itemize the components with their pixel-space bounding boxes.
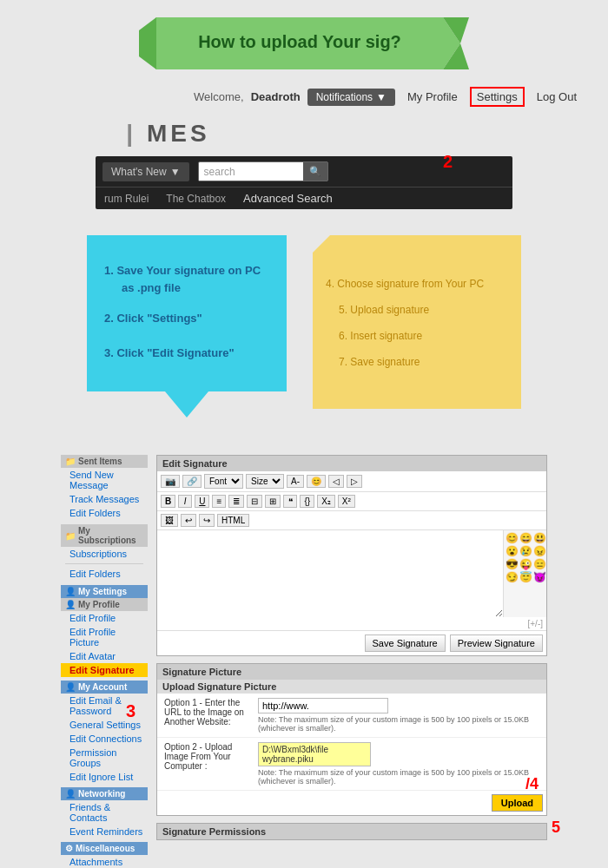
emoji-6[interactable]: 😠 — [533, 545, 546, 557]
font-select[interactable]: Font — [204, 474, 243, 489]
tb-img[interactable]: 🖼 — [161, 514, 178, 527]
svg-marker-2 — [139, 17, 156, 69]
subscriptions-icon: 📁 — [65, 531, 76, 541]
networking-icon: 👤 — [65, 789, 76, 799]
my-profile-subsection: 👤 My Profile — [61, 598, 148, 611]
emoji-10[interactable]: 😏 — [506, 571, 519, 583]
permission-groups-link[interactable]: Permission Groups — [61, 746, 148, 770]
emoji-7[interactable]: 😎 — [506, 558, 519, 570]
main-content: Edit Signature 📷 🔗 Font Size A- 😊 ◁ ▷ — [156, 455, 547, 868]
sig-option-2-note: Note: The maximum size of your custom im… — [258, 768, 539, 786]
svg-text:3. Click "Edit Signature": 3. Click "Edit Signature" — [104, 346, 235, 359]
edit-folders2-link[interactable]: Edit Folders — [61, 567, 148, 581]
tb-quote[interactable]: ❝ — [283, 495, 297, 508]
forum-rules-link[interactable]: rum Rulei — [104, 193, 149, 205]
advanced-search-link[interactable]: Advanced Search — [243, 192, 333, 205]
tb-bold[interactable]: B — [161, 495, 175, 508]
sig-textarea[interactable] — [157, 530, 503, 617]
chatbox-link[interactable]: The Chatbox — [166, 193, 226, 205]
sig-textarea-wrapper: 😊 😄 😃 😮 😢 😠 😎 😜 😑 😏 😇 😈 — [157, 530, 546, 617]
size-select[interactable]: Size — [246, 474, 284, 489]
emoji-4[interactable]: 😮 — [506, 545, 519, 557]
edit-profile-link[interactable]: Edit Profile — [61, 611, 148, 625]
tb-list4[interactable]: ⊞ — [265, 495, 281, 508]
svg-text:2. Click "Settings": 2. Click "Settings" — [104, 312, 202, 325]
edit-connections-link[interactable]: Edit Connections — [61, 732, 148, 746]
whats-new-btn[interactable]: What's New ▼ — [102, 162, 189, 181]
my-settings-section: 👤 My Settings — [61, 585, 148, 598]
sig-option-2-row: Option 2 - Upload Image From Your Comput… — [157, 738, 546, 791]
search-input[interactable] — [199, 163, 303, 181]
svg-text:5. Upload signature: 5. Upload signature — [339, 304, 429, 316]
svg-text:1. Save Your signature on PC: 1. Save Your signature on PC — [104, 264, 261, 277]
sig-file-input[interactable]: D:\WBxml3dk\file wybrane.piku — [258, 742, 371, 766]
tb-icon1[interactable]: 📷 — [161, 475, 180, 488]
edit-profile-picture-link[interactable]: Edit Profile Picture — [61, 625, 148, 649]
sig-option-1-row: Option 1 - Enter the URL to the Image on… — [157, 694, 546, 738]
save-signature-btn[interactable]: Save Signature — [365, 635, 446, 652]
send-new-message-link[interactable]: Send New Message — [61, 468, 148, 492]
tb-A[interactable]: A- — [287, 475, 304, 488]
logo-text: MES — [147, 120, 210, 147]
networking-section: 👤 Networking — [61, 787, 148, 800]
tb-list3[interactable]: ⊟ — [247, 495, 262, 508]
attachments-link[interactable]: Attachments — [61, 855, 148, 868]
my-profile-link[interactable]: My Profile — [402, 89, 463, 105]
event-reminders-link[interactable]: Event Reminders — [61, 825, 148, 838]
tb-sub[interactable]: X₂ — [317, 495, 335, 508]
svg-marker-9 — [313, 235, 521, 409]
preview-signature-btn[interactable]: Preview Signature — [450, 635, 543, 652]
forum-nav-bottom: rum Rulei The Chatbox Advanced Search — [96, 187, 512, 209]
tb-underline[interactable]: U — [195, 495, 209, 508]
step-5-number: 5 — [552, 819, 560, 837]
notifications-btn[interactable]: Notifications ▼ — [307, 89, 395, 106]
upload-button[interactable]: Upload — [492, 794, 543, 812]
step-3-number: 3 — [126, 701, 135, 721]
tb-icon2[interactable]: 🔗 — [182, 475, 202, 488]
sent-items-section: 📁 Sent Items — [61, 455, 148, 468]
emoji-9[interactable]: 😑 — [533, 558, 546, 570]
emoji-12[interactable]: 😈 — [533, 571, 546, 583]
svg-marker-4 — [87, 235, 287, 418]
svg-text:6. Insert signature: 6. Insert signature — [339, 330, 422, 342]
edit-signature-link[interactable]: Edit Signature — [61, 663, 148, 677]
emoji-8[interactable]: 😜 — [519, 558, 532, 570]
tb-list2[interactable]: ≣ — [228, 495, 244, 508]
my-subscriptions-section: 📁 My Subscriptions — [61, 524, 148, 547]
sig-option-1-note: Note: The maximum size of your custom im… — [258, 715, 539, 733]
emoji-5[interactable]: 😢 — [519, 545, 532, 557]
edit-ignore-list-link[interactable]: Edit Ignore List — [61, 770, 148, 784]
sig-url-input[interactable] — [258, 698, 388, 713]
toolbar-row-1: 📷 🔗 Font Size A- 😊 ◁ ▷ — [157, 471, 546, 492]
logo-area: | MES — [0, 115, 608, 152]
banner-area: How to upload Your sig? — [0, 0, 608, 78]
tb-right[interactable]: ▷ — [347, 475, 362, 488]
tb-code[interactable]: {} — [300, 495, 314, 508]
emoji-1[interactable]: 😊 — [506, 532, 519, 544]
tb-italic[interactable]: I — [178, 495, 192, 508]
sig-option-1-right: Note: The maximum size of your custom im… — [258, 698, 539, 733]
tb-html[interactable]: HTML — [217, 514, 249, 527]
tb-emoji[interactable]: 😊 — [307, 475, 326, 488]
tb-undo[interactable]: ↩ — [181, 514, 196, 527]
track-messages-link[interactable]: Track Messages — [61, 492, 148, 506]
emoji-2[interactable]: 😄 — [519, 532, 532, 544]
emoji-3[interactable]: 😃 — [533, 532, 546, 544]
emoji-11[interactable]: 😇 — [519, 571, 532, 583]
search-button[interactable]: 🔍 — [303, 162, 327, 181]
edit-folders-link[interactable]: Edit Folders — [61, 506, 148, 520]
misc-section: ⚙ Miscellaneous — [61, 842, 148, 855]
subscriptions-link[interactable]: Subscriptions — [61, 547, 148, 561]
friends-contacts-link[interactable]: Friends & Contacts — [61, 800, 148, 825]
tb-redo[interactable]: ↪ — [199, 514, 215, 527]
tb-sup[interactable]: X² — [338, 495, 355, 508]
sig-picture-subtitle: Upload Signature Picture — [157, 680, 546, 694]
tb-list1[interactable]: ≡ — [212, 495, 226, 508]
settings-link[interactable]: Settings — [470, 87, 525, 107]
tb-left[interactable]: ◁ — [328, 475, 344, 488]
edit-signature-title: Edit Signature — [157, 456, 546, 471]
edit-avatar-link[interactable]: Edit Avatar — [61, 649, 148, 663]
svg-text:7. Save signature: 7. Save signature — [339, 356, 420, 368]
save-sig-row: Save Signature Preview Signature — [157, 630, 546, 655]
log-out-link[interactable]: Log Out — [532, 89, 582, 105]
